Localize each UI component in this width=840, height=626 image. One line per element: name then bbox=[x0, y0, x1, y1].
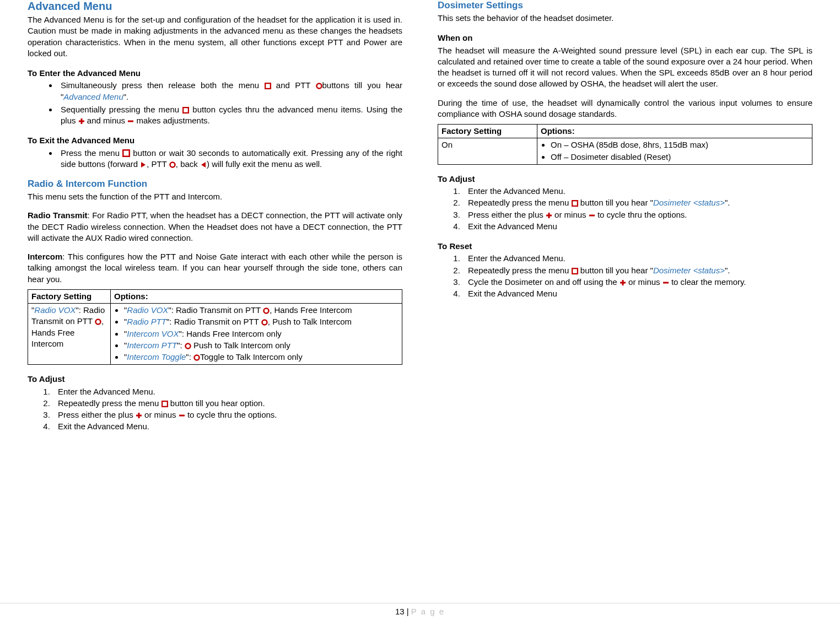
plus-icon bbox=[546, 212, 552, 219]
svg-rect-10 bbox=[162, 401, 168, 407]
circle-icon bbox=[95, 319, 101, 325]
th-factory-setting: Factory Setting bbox=[28, 289, 111, 303]
right-column: Dosimeter Settings This sets the behavio… bbox=[438, 0, 812, 433]
paragraph: The Advanced Menu is for the set-up and … bbox=[28, 14, 402, 59]
subhead-when-on: When on bbox=[438, 33, 812, 44]
svg-rect-2 bbox=[183, 107, 189, 113]
menu-voice-prompt: Dosimeter <status> bbox=[653, 266, 725, 275]
list-item: Press either the plus or minus to cycle … bbox=[462, 209, 812, 220]
circle-icon bbox=[185, 343, 191, 349]
list-item: Exit the Advanced Menu bbox=[462, 288, 812, 299]
plus-icon bbox=[78, 118, 85, 125]
heading-radio-intercom: Radio & Intercom Function bbox=[28, 179, 402, 190]
circle-icon bbox=[261, 319, 268, 326]
svg-point-4 bbox=[170, 162, 175, 167]
circle-icon bbox=[169, 161, 176, 168]
option-item: "Radio PTT": Radio Transmit on PTT , Pus… bbox=[124, 316, 399, 327]
svg-rect-11 bbox=[572, 201, 578, 206]
td-factory-setting: "Radio VOX": Radio Transmit on PTT , Han… bbox=[28, 304, 111, 365]
svg-point-8 bbox=[185, 343, 190, 348]
menu-voice-prompt: Advanced Menu bbox=[63, 92, 123, 101]
paragraph: During the time of use, the headset will… bbox=[438, 98, 812, 120]
svg-rect-3 bbox=[123, 150, 130, 156]
minus-icon bbox=[179, 412, 185, 419]
page-label: P a g e bbox=[411, 607, 445, 616]
square-icon bbox=[265, 83, 271, 89]
svg-point-9 bbox=[195, 355, 200, 360]
list-adjust: Enter the Advanced Menu. Repeatedly pres… bbox=[462, 186, 812, 232]
subhead-adjust: To Adjust bbox=[28, 374, 402, 385]
list-item: Press either the plus or minus to cycle … bbox=[52, 409, 402, 420]
heading-dosimeter: Dosimeter Settings bbox=[438, 0, 812, 11]
list-item: Sequentially pressing the menu button cy… bbox=[58, 104, 402, 127]
list-item: Simultaneously press then release both t… bbox=[58, 80, 402, 102]
td-factory-setting: On bbox=[438, 138, 537, 165]
subhead-reset: To Reset bbox=[438, 241, 812, 252]
table-dosimeter-options: Factory Setting Options: On On – OSHA (8… bbox=[438, 124, 812, 165]
list-enter: Simultaneously press then release both t… bbox=[58, 80, 402, 126]
td-options: On – OSHA (85dB dose, 8hrs, 115dB max) O… bbox=[537, 138, 812, 165]
paragraph: Radio Transmit: For Radio PTT, when the … bbox=[28, 210, 402, 244]
square-icon bbox=[572, 268, 578, 274]
svg-point-5 bbox=[96, 320, 101, 325]
circle-icon bbox=[193, 354, 200, 361]
option-item: Off – Dosimeter disabled (Reset) bbox=[551, 152, 809, 163]
list-item: Exit the Advanced Menu. bbox=[52, 421, 402, 432]
th-options: Options: bbox=[111, 289, 402, 303]
circle-icon bbox=[263, 307, 270, 314]
minus-icon bbox=[589, 212, 595, 219]
svg-rect-12 bbox=[572, 268, 578, 274]
subhead-adjust: To Adjust bbox=[438, 174, 812, 185]
list-item: Cycle the Dosimeter on and off using the… bbox=[462, 277, 812, 288]
option-item: "Intercom VOX": Hands Free Intercom only bbox=[124, 328, 399, 339]
minus-icon bbox=[127, 118, 134, 125]
circle-icon bbox=[316, 83, 322, 89]
paragraph: Intercom: This configures how the PTT an… bbox=[28, 251, 402, 285]
option-item: "Intercom Toggle": Toggle to Talk Interc… bbox=[124, 352, 399, 363]
back-icon bbox=[200, 161, 207, 168]
table-radio-options: Factory Setting Options: "Radio VOX": Ra… bbox=[28, 289, 402, 365]
td-options: "Radio VOX": Radio Transmit on PTT , Han… bbox=[111, 304, 402, 365]
list-item: Enter the Advanced Menu. bbox=[462, 253, 812, 264]
square-icon bbox=[182, 107, 189, 114]
paragraph: This menu sets the function of the PTT a… bbox=[28, 191, 402, 202]
square-icon bbox=[122, 149, 130, 157]
list-item: Repeatedly press the menu button till yo… bbox=[462, 197, 812, 208]
option-item: On – OSHA (85dB dose, 8hrs, 115dB max) bbox=[551, 139, 809, 150]
svg-point-6 bbox=[264, 309, 269, 314]
heading-advanced-menu: Advanced Menu bbox=[28, 0, 402, 13]
square-icon bbox=[161, 401, 168, 407]
list-reset: Enter the Advanced Menu. Repeatedly pres… bbox=[462, 253, 812, 299]
th-options: Options: bbox=[537, 125, 812, 138]
option-item: "Radio VOX": Radio Transmit on PTT , Han… bbox=[124, 305, 399, 316]
th-factory-setting: Factory Setting bbox=[438, 125, 537, 138]
page-footer: 13 | P a g e bbox=[0, 603, 840, 616]
list-item: Enter the Advanced Menu. bbox=[462, 186, 812, 197]
paragraph: The headset will measure the A-Weighted … bbox=[438, 45, 812, 90]
minus-icon bbox=[663, 279, 669, 286]
list-exit: Press the menu button or wait 30 seconds… bbox=[58, 148, 402, 170]
square-icon bbox=[572, 200, 578, 207]
forward-icon bbox=[140, 161, 147, 168]
plus-icon bbox=[620, 279, 626, 286]
menu-voice-prompt: Dosimeter <status> bbox=[653, 198, 725, 207]
paragraph: This sets the behavior of the headset do… bbox=[438, 13, 812, 24]
list-item: Repeatedly press the menu button till yo… bbox=[52, 398, 402, 409]
page-number: 13 bbox=[395, 607, 405, 616]
subhead-enter: To Enter the Advanced Menu bbox=[28, 68, 402, 79]
svg-rect-0 bbox=[265, 83, 271, 89]
subhead-exit: To Exit the Advanced Menu bbox=[28, 135, 402, 146]
list-item: Repeatedly press the menu button till yo… bbox=[462, 265, 812, 276]
list-item: Press the menu button or wait 30 seconds… bbox=[58, 148, 402, 170]
svg-point-7 bbox=[262, 320, 267, 325]
svg-point-1 bbox=[316, 84, 321, 89]
plus-icon bbox=[136, 412, 142, 419]
option-item: "Intercom PTT": Push to Talk Intercom on… bbox=[124, 340, 399, 351]
list-item: Exit the Advanced Menu bbox=[462, 221, 812, 232]
list-item: Enter the Advanced Menu. bbox=[52, 386, 402, 397]
left-column: Advanced Menu The Advanced Menu is for t… bbox=[28, 0, 402, 433]
list-adjust: Enter the Advanced Menu. Repeatedly pres… bbox=[52, 386, 402, 433]
